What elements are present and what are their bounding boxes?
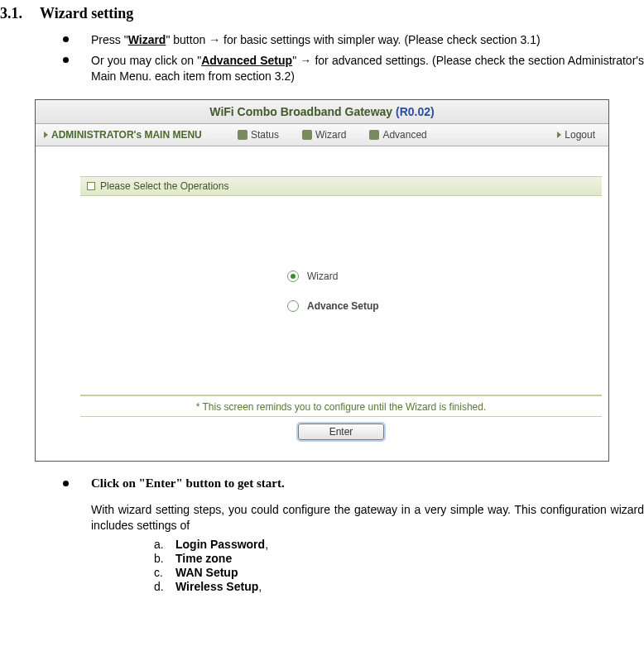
wizard-paragraph: With wizard setting steps, you could con…	[91, 502, 644, 534]
app-title: WiFi Combo Broadband Gateway	[209, 105, 396, 118]
square-icon	[87, 182, 95, 190]
bullet-dot-icon	[63, 481, 69, 486]
status-icon	[238, 130, 248, 140]
intro-bullets: Press "Wizard" button → for basic settin…	[91, 32, 644, 84]
list-item: c.WAN Setup	[154, 566, 644, 579]
label: Wizard	[307, 270, 338, 282]
click-enter-text: Click on "Enter" button to get start.	[91, 476, 285, 490]
arrow-icon: →	[209, 33, 220, 46]
menu-logout[interactable]: Logout	[557, 129, 608, 141]
arrow-icon: →	[300, 54, 311, 67]
radio-icon[interactable]	[287, 300, 299, 312]
list-item: d.Wireless Setup,	[154, 580, 644, 593]
label: Advanced	[382, 129, 426, 141]
triangle-icon	[557, 132, 561, 138]
wizard-icon	[302, 130, 312, 140]
text: Please Select the Operations	[100, 177, 228, 195]
operations-header: Please Select the Operations	[80, 177, 602, 196]
admin-menu-label: ADMINISTRATOR's MAIN MENU	[36, 129, 226, 141]
bullet-item: Or you may click on "Advanced Setup" → f…	[91, 53, 644, 84]
letter: d.	[154, 580, 175, 593]
menu-bar: ADMINISTRATOR's MAIN MENU Status Wizard …	[36, 124, 608, 146]
options-area: Wizard Advance Setup	[80, 196, 602, 395]
advanced-setup-keyword: Advanced Setup	[201, 54, 292, 67]
list-item: b.Time zone	[154, 552, 644, 565]
suffix: ,	[258, 580, 262, 593]
triangle-icon	[44, 132, 48, 138]
label: WAN Setup	[175, 566, 238, 579]
advanced-icon	[369, 130, 379, 140]
radio-selected-icon[interactable]	[287, 270, 299, 282]
text: ADMINISTRATOR's MAIN MENU	[51, 129, 202, 141]
bullet-item: Click on "Enter" button to get start.	[91, 476, 644, 491]
screenshot-frame: WiFi Combo Broadband Gateway (R0.02) ADM…	[35, 99, 609, 462]
letter: a.	[154, 538, 175, 551]
option-wizard[interactable]: Wizard	[287, 270, 338, 282]
enter-row: Enter	[80, 416, 602, 440]
section-heading: 3.1.Wizard setting	[0, 5, 644, 22]
label: Logout	[565, 129, 595, 141]
bullet-dot-icon	[63, 36, 69, 42]
post-screenshot-block: Click on "Enter" button to get start. Wi…	[91, 476, 644, 593]
menu-wizard[interactable]: Wizard	[291, 129, 358, 141]
bullet-dot-icon	[63, 57, 69, 63]
section-title: Wizard setting	[40, 5, 133, 22]
text: Press "	[91, 33, 128, 46]
text: Or you may click on "	[91, 54, 201, 67]
menu-status[interactable]: Status	[226, 129, 291, 141]
wizard-sublist: a.Login Password, b.Time zone c.WAN Setu…	[154, 538, 644, 593]
operations-panel: Please Select the Operations Wizard Adva…	[80, 176, 602, 452]
text: for basic settings with simpler way. (Pl…	[220, 33, 540, 46]
app-version: (R0.02)	[396, 105, 435, 118]
label: Wireless Setup	[175, 580, 258, 593]
list-item: a.Login Password,	[154, 538, 644, 551]
option-advance-setup[interactable]: Advance Setup	[287, 300, 379, 312]
menu-advanced[interactable]: Advanced	[358, 129, 438, 141]
text: " button	[166, 33, 209, 46]
label: Status	[251, 129, 279, 141]
label: Advance Setup	[307, 300, 379, 312]
reminder-text: * This screen reminds you to configure u…	[80, 395, 602, 416]
enter-button[interactable]: Enter	[298, 424, 384, 440]
suffix: ,	[265, 538, 268, 551]
app-title-bar: WiFi Combo Broadband Gateway (R0.02)	[36, 100, 608, 124]
text: "	[292, 54, 300, 67]
label: Wizard	[315, 129, 346, 141]
wizard-keyword: Wizard	[128, 33, 166, 46]
letter: b.	[154, 552, 175, 565]
bullet-item: Press "Wizard" button → for basic settin…	[91, 32, 644, 48]
letter: c.	[154, 566, 175, 579]
label: Login Password	[175, 538, 265, 551]
section-number: 3.1.	[0, 5, 40, 22]
label: Time zone	[175, 552, 232, 565]
